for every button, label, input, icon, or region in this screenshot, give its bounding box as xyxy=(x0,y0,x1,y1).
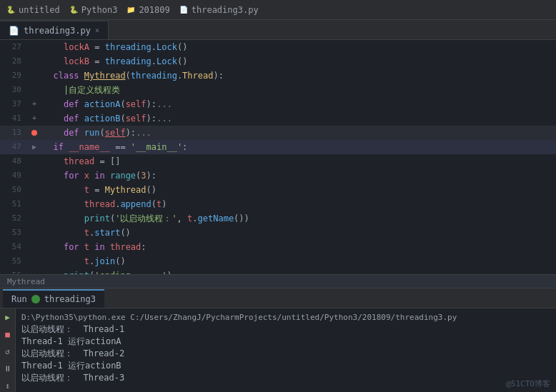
code-line-41: 41 + def actionB(self):... xyxy=(0,111,556,126)
run-panel: Run threading3 ▶ ■ ↺ ⏸ ↕ ⚙ D:\Python35\p… xyxy=(0,288,556,392)
run-content: ▶ ■ ↺ ⏸ ↕ ⚙ D:\Python35\python.exe C:/Us… xyxy=(0,308,556,392)
code-line-13: 13 def run(self):... xyxy=(0,126,556,140)
tab-file-icon: 📄 xyxy=(9,26,19,36)
code-line-50: 50 t = Mythread() xyxy=(0,183,556,197)
sdk-item[interactable]: 🐍 Python3 xyxy=(69,5,118,15)
code-line-53: 53 t.start() xyxy=(0,226,556,240)
run-label: Run xyxy=(11,294,27,304)
output-line-4: Thread-1 运行actionB xyxy=(21,360,550,372)
output-line-0: D:\Python35\python.exe C:/Users/ZhangJ/P… xyxy=(21,311,550,323)
sdk-label: Python3 xyxy=(81,5,118,15)
breadcrumb-bar: Mythread xyxy=(0,274,556,288)
watermark: @51CTO博客 xyxy=(506,378,550,389)
code-line-27: 27 lockA = threading.Lock() xyxy=(0,40,556,54)
run-tab-bar: Run threading3 xyxy=(0,288,556,308)
output-line-2: Thread-1 运行actionA xyxy=(21,336,550,348)
code-line-56: 56 print('ending......') xyxy=(0,268,556,274)
folder-label: 201809 xyxy=(139,5,169,15)
code-line-48: 48 thread = [] xyxy=(0,154,556,169)
run-toolbar: ▶ ■ ↺ ⏸ ↕ ⚙ xyxy=(0,308,16,392)
stop-button[interactable]: ■ xyxy=(2,328,14,340)
python-icon: 🐍 xyxy=(69,5,79,15)
title-bar: 🐍 untitled 🐍 Python3 📁 201809 📄 threadin… xyxy=(0,0,556,20)
run-output: D:\Python35\python.exe C:/Users/ZhangJ/P… xyxy=(16,308,556,392)
code-line-47: 47 ▶ if __name__ == '__main__': xyxy=(0,140,556,154)
project-label: untitled xyxy=(19,5,60,15)
pause-button[interactable]: ⏸ xyxy=(2,363,14,374)
fold-arrow-icon[interactable]: ▶ xyxy=(32,140,36,154)
run-tab[interactable]: Run threading3 xyxy=(3,289,104,308)
code-editor[interactable]: 27 lockA = threading.Lock() 28 lockB = t… xyxy=(0,40,556,274)
folder-item[interactable]: 📁 201809 xyxy=(126,5,169,15)
run-button[interactable]: ▶ xyxy=(2,311,14,323)
code-line-30: 30 |自定义线程类 xyxy=(0,83,556,97)
breakpoint-dot xyxy=(31,130,37,136)
code-line-29: 29 class Mythread(threading.Thread): xyxy=(0,69,556,83)
rerun-button[interactable]: ↺ xyxy=(2,346,14,357)
file-item[interactable]: 📄 threading3.py xyxy=(179,5,259,15)
tab-threading3[interactable]: 📄 threading3.py × xyxy=(0,21,109,39)
folder-icon: 📁 xyxy=(126,5,136,15)
project-item[interactable]: 🐍 untitled xyxy=(6,5,60,15)
code-line-54: 54 for t in thread: xyxy=(0,240,556,254)
output-line-5: 以启动线程： Thread-3 xyxy=(21,372,550,384)
scroll-button[interactable]: ↕ xyxy=(2,380,14,391)
breadcrumb-text: Mythread xyxy=(7,277,45,286)
code-line-51: 51 thread.append(t) xyxy=(0,197,556,211)
output-line-3: 以启动线程： Thread-2 xyxy=(21,348,550,360)
snake-icon: 🐍 xyxy=(6,5,16,15)
run-tab-name: threading3 xyxy=(44,294,96,304)
tab-close-button[interactable]: × xyxy=(95,26,99,34)
code-line-49: 49 for x in range(3): xyxy=(0,169,556,183)
code-line-55: 55 t.join() xyxy=(0,254,556,268)
code-line-28: 28 lockB = threading.Lock() xyxy=(0,54,556,69)
run-status-icon xyxy=(31,295,40,303)
code-line-52: 52 print('以启动线程：', t.getName()) xyxy=(0,211,556,226)
tab-bar: 📄 threading3.py × xyxy=(0,20,556,40)
file-icon: 📄 xyxy=(179,5,189,15)
output-line-1: 以启动线程： Thread-1 xyxy=(21,323,550,336)
tab-label: threading3.py xyxy=(24,26,91,36)
code-line-37: 37 + def actionA(self):... xyxy=(0,97,556,111)
file-label: threading3.py xyxy=(192,5,259,15)
